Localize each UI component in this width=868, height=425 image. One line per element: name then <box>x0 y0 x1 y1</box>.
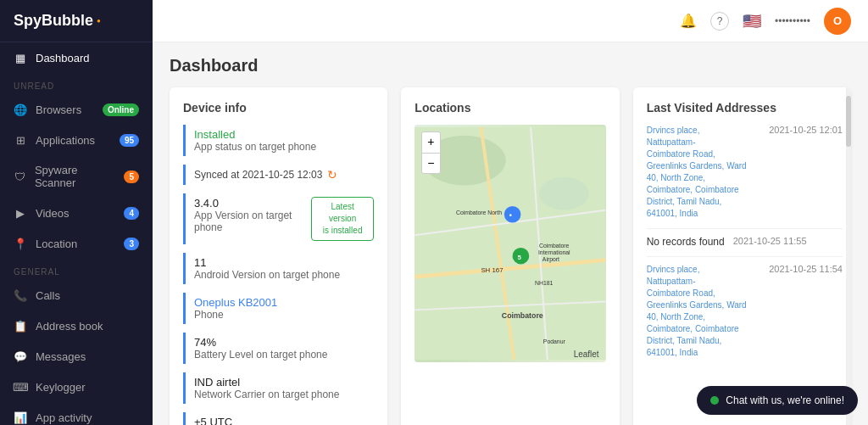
sidebar-item-messages[interactable]: 💬 Messages <box>0 341 153 372</box>
version-value: 3.4.0 <box>194 197 311 210</box>
leaflet-label: Leaflet <box>574 350 599 359</box>
svg-text:Podanur: Podanur <box>543 338 566 344</box>
carrier-field: IND airtel Network Carrier on target pho… <box>183 372 374 404</box>
browsers-badge: Online <box>103 103 139 116</box>
videos-badge: 4 <box>124 207 139 220</box>
page-title: Dashboard <box>170 56 851 75</box>
flag-icon[interactable]: 🇺🇸 <box>743 12 761 31</box>
zoom-out-button[interactable]: − <box>422 154 439 174</box>
avatar[interactable]: O <box>824 8 851 35</box>
main-area: 🔔 ? 🇺🇸 •••••••••• O Dashboard Device inf… <box>153 0 868 425</box>
sidebar-item-address-book[interactable]: 📋 Address book <box>0 310 153 341</box>
sidebar-item-keylogger[interactable]: ⌨ Keylogger <box>0 372 153 402</box>
map-zoom-controls[interactable]: + − <box>421 131 440 174</box>
timezone-value: +5 UTC <box>194 416 374 425</box>
visited-time-1: 2021-10-25 11:55 <box>733 236 807 248</box>
locations-title: Locations <box>415 101 605 115</box>
sidebar-item-browsers[interactable]: 🌐 Browsers Online <box>0 94 153 125</box>
svg-point-16 <box>504 206 521 223</box>
map-container: SH 167 NH181 Coimbatore Podanur Coimbato… <box>415 125 605 362</box>
phone-sub: Phone <box>194 309 374 321</box>
sidebar-item-dashboard[interactable]: ▦ Dashboard <box>0 42 153 73</box>
topbar: 🔔 ? 🇺🇸 •••••••••• O <box>153 0 868 42</box>
grid-icon: ⊞ <box>14 133 27 147</box>
svg-text:International: International <box>538 249 570 255</box>
refresh-icon[interactable]: ↻ <box>327 168 337 182</box>
globe-icon: 🌐 <box>14 103 27 116</box>
timezone-field: +5 UTC Timezone on target phone <box>183 412 374 425</box>
sidebar-item-label: Address book <box>36 320 103 333</box>
sidebar: SpyBubble● ▦ Dashboard UNREAD 🌐 Browsers… <box>0 0 153 425</box>
shield-icon: 🛡 <box>14 170 26 183</box>
bell-icon[interactable]: 🔔 <box>680 13 697 29</box>
sidebar-item-calls[interactable]: 📞 Calls <box>0 280 153 310</box>
book-icon: 📋 <box>14 319 27 333</box>
sidebar-item-label: Messages <box>36 350 86 363</box>
sidebar-item-label: Calls <box>36 289 60 302</box>
synced-text: Synced at 2021-10-25 12:03 <box>194 169 322 181</box>
visited-entry-2: Drvincs place,Nattupattam-Coimbatore Roa… <box>647 264 843 359</box>
latest-version-badge: Latest version is installed <box>311 197 374 241</box>
sidebar-item-applications[interactable]: ⊞ Applications 95 <box>0 125 153 155</box>
visited-entry-1: No records found 2021-10-25 11:55 <box>647 236 843 248</box>
installed-value: Installed <box>194 128 374 141</box>
sidebar-item-label: Videos <box>36 207 70 220</box>
version-row: 3.4.0 App Version on target phone Latest… <box>183 193 374 244</box>
location-icon: 📍 <box>14 237 27 250</box>
svg-text:SH 167: SH 167 <box>481 266 504 274</box>
map-svg: SH 167 NH181 Coimbatore Podanur Coimbato… <box>415 125 605 362</box>
synced-row: Synced at 2021-10-25 12:03 ↻ <box>183 165 374 185</box>
no-records-label: No records found <box>647 236 725 248</box>
username-label: •••••••••• <box>775 15 810 27</box>
sidebar-item-location[interactable]: 📍 Location 3 <box>0 228 153 259</box>
video-icon: ▶ <box>14 206 27 220</box>
general-section-label: GENERAL <box>0 259 153 280</box>
sidebar-item-label: Spyware Scanner <box>35 164 116 189</box>
sidebar-item-videos[interactable]: ▶ Videos 4 <box>0 198 153 228</box>
scrollbar-thumb[interactable] <box>846 96 851 147</box>
sidebar-item-spyware-scanner[interactable]: 🛡 Spyware Scanner 5 <box>0 155 153 198</box>
svg-text:•: • <box>509 211 512 220</box>
battery-field: 74% Battery Level on target phone <box>183 333 374 364</box>
map-background: SH 167 NH181 Coimbatore Podanur Coimbato… <box>415 125 605 362</box>
location-badge: 3 <box>124 238 139 250</box>
unread-section-label: UNREAD <box>0 73 153 94</box>
sidebar-item-label: Applications <box>36 134 95 147</box>
svg-text:5: 5 <box>518 254 522 261</box>
chat-label: Chat with us, we're online! <box>726 394 844 406</box>
android-field: 11 Android Version on target phone <box>183 253 374 284</box>
scrollbar-track[interactable] <box>846 87 851 425</box>
android-value: 11 <box>194 256 374 269</box>
installed-field: Installed App status on target phone <box>183 125 374 156</box>
battery-value: 74% <box>194 336 374 349</box>
android-sub: Android Version on target phone <box>194 269 374 281</box>
sidebar-item-app-activity[interactable]: 📊 App activity <box>0 402 153 425</box>
help-icon[interactable]: ? <box>710 12 729 31</box>
visited-entry-0: Drvincs place,Nattupattam-Coimbatore Roa… <box>647 125 843 220</box>
visited-time-0: 2021-10-25 12:01 <box>769 125 843 220</box>
locations-card: Locations <box>401 87 619 425</box>
spyware-badge: 5 <box>124 171 139 183</box>
svg-point-2 <box>539 177 589 210</box>
svg-text:Airport: Airport <box>542 256 559 263</box>
sidebar-item-label: Keylogger <box>36 381 86 394</box>
chat-widget[interactable]: Chat with us, we're online! <box>697 386 858 415</box>
visited-divider-1 <box>647 256 843 257</box>
phone-icon: 📞 <box>14 288 27 302</box>
svg-text:Coimbatore: Coimbatore <box>502 311 543 320</box>
zoom-in-button[interactable]: + <box>422 132 439 154</box>
logo-text: SpyBubble <box>14 12 93 30</box>
device-info-title: Device info <box>183 101 374 115</box>
installed-sub: App status on target phone <box>194 141 374 153</box>
visited-address-0: Drvincs place,Nattupattam-Coimbatore Roa… <box>647 125 760 220</box>
carrier-value: IND airtel <box>194 376 374 389</box>
svg-text:NH181: NH181 <box>535 280 553 286</box>
top-cards-row: Device info Installed App status on targ… <box>170 87 851 425</box>
message-icon: 💬 <box>14 350 27 363</box>
device-info-card: Device info Installed App status on targ… <box>170 87 387 425</box>
phone-field: Oneplus KB2001 Phone <box>183 293 374 324</box>
chat-online-dot <box>710 396 719 405</box>
sidebar-item-label: Browsers <box>36 103 81 116</box>
version-sub: App Version on target phone <box>194 210 311 233</box>
battery-sub: Battery Level on target phone <box>194 349 374 361</box>
